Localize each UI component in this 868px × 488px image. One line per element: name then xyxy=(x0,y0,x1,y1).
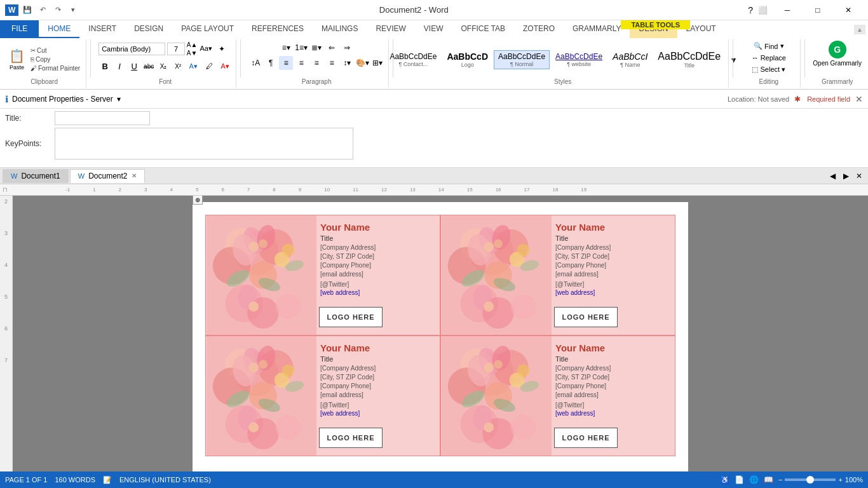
sort-btn[interactable]: ↕A xyxy=(248,56,262,70)
underline-btn[interactable]: U xyxy=(128,60,140,72)
restore-window-btn[interactable]: ⬜ xyxy=(758,6,768,15)
justify-btn[interactable]: ≡ xyxy=(325,56,339,70)
doc-props-dropdown-icon[interactable]: ▾ xyxy=(117,95,121,104)
bold-btn[interactable]: B xyxy=(98,60,111,72)
style-website[interactable]: AaBbCcDdEe ¶ website xyxy=(551,50,607,69)
doc-tab-document2[interactable]: W Document2 ✕ xyxy=(70,169,145,183)
zoom-in-btn[interactable]: + xyxy=(838,476,842,484)
tab-mailings[interactable]: MAILINGS xyxy=(313,20,367,38)
style-normal[interactable]: AaBbCcDdEe ¶ Normal xyxy=(494,50,550,69)
align-left-btn[interactable]: ≡ xyxy=(279,56,293,70)
card-2-content: Your Name Title [Company Address] [City,… xyxy=(555,222,670,296)
view-read-btn[interactable]: 📖 xyxy=(764,475,773,484)
card-1-address: [Company Address] [City, ST ZIP Code] [C… xyxy=(320,243,435,279)
format-painter-button[interactable]: 🖌 Format Painter xyxy=(29,64,82,72)
select-button[interactable]: ⬚ Select ▾ xyxy=(749,64,788,75)
superscript-btn[interactable]: X² xyxy=(172,60,184,72)
tab-scroll-right-btn[interactable]: ▶ xyxy=(839,170,852,182)
zoom-level[interactable]: 100% xyxy=(845,476,863,484)
card-1-web: [web address] xyxy=(320,289,435,296)
tab-insert[interactable]: INSERT xyxy=(79,20,125,38)
tab-home[interactable]: HOME xyxy=(39,20,79,38)
tab-file[interactable]: FILE xyxy=(0,20,39,38)
font-size-decrease-btn[interactable]: A▼ xyxy=(187,49,197,57)
tab-grammarly[interactable]: GRAMMARLY xyxy=(564,20,630,38)
borders-btn[interactable]: ⊞▾ xyxy=(370,56,384,70)
accessibility-icon[interactable]: ♿ xyxy=(721,476,729,484)
font-size-increase-btn[interactable]: A▲ xyxy=(187,41,197,48)
shading-btn[interactable]: 🎨▾ xyxy=(355,56,369,70)
close-props-btn[interactable]: ✕ xyxy=(855,94,863,104)
font-name-row: A▲ A▼ Aa▾ ✦ xyxy=(98,41,229,57)
align-right-btn[interactable]: ≡ xyxy=(309,56,323,70)
view-print-btn[interactable]: 📄 xyxy=(735,475,744,484)
clear-formatting-btn[interactable]: ✦ xyxy=(215,42,229,56)
tab-view[interactable]: VIEW xyxy=(415,20,452,38)
subscript-btn[interactable]: X₂ xyxy=(157,60,170,72)
proofing-icon[interactable]: 📝 xyxy=(103,476,112,484)
maximize-btn[interactable]: □ xyxy=(803,0,832,20)
keypoints-field-textarea[interactable] xyxy=(55,128,353,159)
style-logo[interactable]: AaBbCcD Logo xyxy=(442,50,492,70)
title-field-input[interactable] xyxy=(55,111,150,125)
highlight-btn[interactable]: 🖊 xyxy=(202,59,216,73)
tab-scroll-left-btn[interactable]: ◀ xyxy=(826,170,839,182)
save-quick-btn[interactable]: 💾 xyxy=(21,4,34,17)
card-3-name: Your Name xyxy=(320,342,435,353)
customize-quick-btn[interactable]: ▾ xyxy=(67,4,79,17)
redo-quick-btn[interactable]: ↷ xyxy=(51,4,64,17)
style-contact[interactable]: AaBbCcDdEe ¶ Contact... xyxy=(385,50,441,69)
show-hide-btn[interactable]: ¶ xyxy=(264,56,278,70)
move-table-handle[interactable]: ⊕ xyxy=(193,196,203,205)
doc-tab-document1[interactable]: W Document1 xyxy=(3,169,69,183)
language[interactable]: ENGLISH (UNITED STATES) xyxy=(119,476,211,484)
undo-quick-btn[interactable]: ↶ xyxy=(36,4,49,17)
bullets-btn[interactable]: ≡▾ xyxy=(279,41,293,55)
style-normal-preview: AaBbCcDdEe xyxy=(498,52,545,61)
collapse-ribbon-btn[interactable]: ▲ xyxy=(854,25,865,34)
decrease-indent-btn[interactable]: ⇐ xyxy=(325,41,339,55)
tab-references[interactable]: REFERENCES xyxy=(243,20,313,38)
copy-button[interactable]: ⎘ Copy xyxy=(29,55,82,64)
tab-office-tab[interactable]: OFFICE TAB xyxy=(452,20,514,38)
tab-zotero[interactable]: ZOTERO xyxy=(514,20,564,38)
card-1-twitter: [@Twitter] xyxy=(320,281,435,288)
align-center-btn[interactable]: ≡ xyxy=(294,56,308,70)
italic-btn[interactable]: I xyxy=(113,60,126,72)
style-title[interactable]: AaBbCcDdEe Title xyxy=(653,49,725,71)
find-button[interactable]: 🔍 Find ▾ xyxy=(751,41,786,51)
business-card-3[interactable]: Your Name Title [Company Address] [City,… xyxy=(205,336,440,456)
increase-indent-btn[interactable]: ⇒ xyxy=(340,41,354,55)
tab-review[interactable]: REVIEW xyxy=(367,20,414,38)
font-name-input[interactable] xyxy=(98,43,165,55)
card-1-content: Your Name Title [Company Address] [City,… xyxy=(320,222,435,296)
business-card-2[interactable]: Your Name Title [Company Address] [City,… xyxy=(440,215,675,336)
doc-tab-2-close-btn[interactable]: ✕ xyxy=(132,172,137,179)
doc-area[interactable]: ⊕ xyxy=(13,196,868,480)
business-card-1[interactable]: Your Name Title [Company Address] [City,… xyxy=(205,215,440,336)
numbering-btn[interactable]: 1≡▾ xyxy=(294,41,308,55)
line-spacing-btn[interactable]: ↕▾ xyxy=(340,56,354,70)
zoom-slider[interactable] xyxy=(785,478,836,481)
grammarly-icon[interactable]: G xyxy=(829,41,846,58)
close-tab-bar-btn[interactable]: ✕ xyxy=(853,170,865,182)
multi-level-list-btn[interactable]: ≣▾ xyxy=(309,41,323,55)
paste-button[interactable]: 📋 Paste xyxy=(6,47,27,72)
ruler-align-icon[interactable]: ⊓ xyxy=(3,186,8,193)
text-effects-btn[interactable]: A▾ xyxy=(186,59,200,73)
tab-page-layout[interactable]: PAGE LAYOUT xyxy=(172,20,243,38)
replace-button[interactable]: ↔ Replace xyxy=(749,53,789,63)
cut-button[interactable]: ✂ Cut xyxy=(29,46,82,55)
font-color-btn[interactable]: A▾ xyxy=(218,59,232,73)
font-case-btn[interactable]: Aa▾ xyxy=(199,42,213,56)
minimize-btn[interactable]: ─ xyxy=(773,0,802,20)
view-web-btn[interactable]: 🌐 xyxy=(749,475,759,484)
zoom-out-btn[interactable]: − xyxy=(778,476,782,484)
close-btn[interactable]: ✕ xyxy=(834,0,863,20)
tab-design[interactable]: DESIGN xyxy=(125,20,172,38)
style-name[interactable]: AaBbCcI ¶ Name xyxy=(608,50,652,70)
strikethrough-btn[interactable]: abc xyxy=(142,60,155,72)
font-size-input[interactable] xyxy=(167,43,185,55)
business-card-4[interactable]: Your Name Title [Company Address] [City,… xyxy=(440,336,675,456)
help-btn[interactable]: ? xyxy=(748,5,753,15)
